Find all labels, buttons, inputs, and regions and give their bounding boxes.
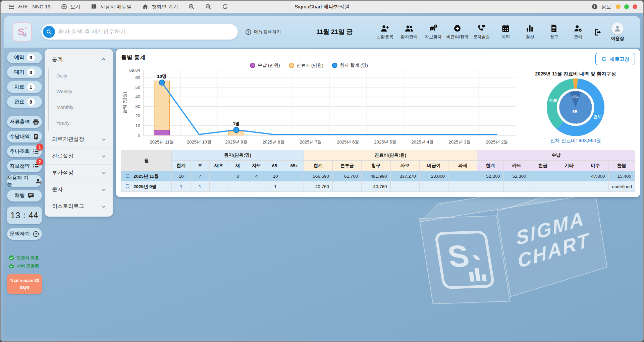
donut-title: 2025년 11월 진료비 내역 및 환자구성 — [535, 71, 616, 77]
status-pill-완료[interactable]: 완료 0 — [7, 96, 42, 108]
menu-subitem-Yearly[interactable]: Yearly — [49, 115, 113, 131]
data-cell: 481,990 — [362, 171, 390, 181]
legend-환자 합계 (명)[interactable]: 환자 합계 (명) — [332, 62, 368, 68]
menu-item-부가설정[interactable]: 부가설정 — [45, 164, 113, 181]
server-menu-button[interactable]: 서버 - NNC-13 — [8, 3, 51, 10]
nav-phone-message[interactable]: 문자발송 — [470, 24, 494, 40]
traffic-dot-0[interactable] — [616, 4, 621, 9]
menu-subitem-Daily[interactable]: Daily — [49, 68, 113, 83]
donut-panel: 2025년 11월 진료비 내역 및 환자구성 65+65-건보자보 전체 진료… — [520, 62, 631, 147]
tool-pill-서류출력[interactable]: 서류출력 — [7, 116, 42, 128]
person-gear-icon — [574, 24, 583, 33]
tool-pill-추나조회[interactable]: 추나조회 1 — [7, 146, 42, 157]
svg-text:68.04: 68.04 — [129, 68, 140, 73]
legend-swatch — [250, 63, 255, 68]
traffic-dot-1[interactable] — [624, 4, 629, 9]
manual-button[interactable]: 사용자 매뉴얼 — [91, 3, 132, 10]
nav-claim-doc[interactable]: 청구 — [542, 24, 566, 40]
nav-label: 비급여/한약 — [446, 34, 469, 40]
data-cell — [247, 181, 266, 192]
server-label: 서버 - NNC-13 — [18, 4, 51, 10]
reload-button[interactable] — [222, 3, 228, 10]
zoom-out-button[interactable] — [205, 3, 212, 10]
status-pill-대기[interactable]: 대기 0 — [7, 66, 42, 78]
person-gear-icon — [36, 178, 42, 184]
search-input[interactable] — [58, 28, 238, 35]
chevron-down-icon — [101, 137, 106, 142]
svg-text:2025년 7월: 2025년 7월 — [300, 139, 322, 145]
sync-icon[interactable] — [125, 183, 130, 189]
menu-item-label: 진료설정 — [52, 153, 73, 160]
nav-calendar[interactable]: 예약 — [494, 24, 518, 40]
status-pill-치료[interactable]: 치료 1 — [7, 81, 42, 93]
legend-수납 (만원)[interactable]: 수납 (만원) — [250, 62, 280, 68]
nav-bar-chart[interactable]: 결산 — [518, 24, 542, 40]
refresh-button[interactable]: 새로고침 — [595, 53, 635, 65]
svg-text:자보: 자보 — [549, 98, 557, 103]
menu-item-통계[interactable]: 통계 — [45, 51, 113, 68]
data-cell: 61,700 — [333, 171, 362, 181]
traffic-lights — [616, 4, 637, 9]
view-button[interactable]: 보기 — [61, 3, 80, 10]
svg-text:2025년 2월: 2025년 2월 — [486, 139, 508, 145]
tool-pill-사용자 기능[interactable]: 사용자 기능 — [7, 175, 42, 187]
nav-car-alert[interactable]: 자보환자 — [421, 24, 445, 40]
legend-label: 환자 합계 (명) — [340, 62, 368, 68]
inquiry-button[interactable]: 문의하기 ? — [7, 228, 42, 240]
sub-header: 청구 — [362, 161, 390, 171]
zoom-in-button[interactable] — [188, 3, 195, 10]
col-month-header: 월 — [121, 150, 172, 171]
legend-진료비 (만원)[interactable]: 진료비 (만원) — [289, 62, 323, 68]
group-header: 진료비(단위:원) — [304, 150, 477, 161]
menu-item-문자[interactable]: 문자 — [45, 181, 113, 198]
svg-text:2025년 4월: 2025년 4월 — [412, 139, 434, 145]
search-icon — [46, 28, 52, 35]
bar-chart-icon — [525, 24, 534, 33]
menu-item-의료기관설정[interactable]: 의료기관설정 — [45, 131, 113, 148]
menu-item-히스토리로그[interactable]: 히스토리로그 — [45, 198, 113, 215]
data-cell: 40,760 — [362, 181, 390, 192]
traffic-dot-2[interactable] — [633, 4, 637, 9]
status-pill-예약[interactable]: 예약 0 — [7, 52, 42, 63]
data-cell: 1 — [172, 181, 191, 192]
refresh-icon — [601, 56, 607, 62]
nav-label: 결산 — [526, 34, 534, 40]
zoom-out-icon — [205, 3, 212, 10]
menu-search-button[interactable]: ? 메뉴검색하기 — [245, 29, 281, 35]
tool-pill-수납내역[interactable]: 수납내역 — [7, 131, 42, 142]
monthly-chart: 68.04605040302010010명1명2025년 11월2025년 10… — [121, 62, 520, 147]
menu-item-진료설정[interactable]: 진료설정 — [45, 148, 113, 164]
search-icon[interactable] — [43, 26, 55, 38]
profile-button[interactable]: 이원장 — [611, 22, 624, 42]
data-cell — [530, 171, 556, 181]
status-label: 완료 — [14, 99, 24, 105]
table-row[interactable]: 2025년 11월1073410566,69061,700481,990337,… — [121, 171, 635, 181]
sub-header: 자보 — [390, 161, 419, 171]
tool-pill-채팅[interactable]: 채팅 — [7, 190, 42, 202]
table-row[interactable]: 2025년 9월11140,76040,760undefined — [121, 181, 635, 192]
status-label: 대기 — [14, 69, 24, 75]
logout-button[interactable] — [590, 28, 606, 37]
nav-herb-bag[interactable]: 비급여/한약 — [445, 24, 470, 40]
tool-label: 사용자 기능 — [7, 175, 33, 187]
group-header: 수납 — [477, 150, 635, 161]
home-icon — [142, 3, 149, 10]
trial-banner: Trial remain 83 days — [7, 274, 42, 294]
status-label: 치료 — [14, 84, 24, 90]
nav-person-gear[interactable]: 관리 — [566, 24, 590, 40]
sync-icon[interactable] — [125, 173, 130, 179]
donut-chart: 65+65-건보자보 — [543, 77, 608, 137]
home-button[interactable]: 첫화면 가기 — [142, 3, 178, 10]
svg-text:?: ? — [35, 232, 37, 236]
sub-header: 65+ — [285, 161, 304, 171]
info-button[interactable]: 정보 — [591, 3, 611, 10]
data-cell — [477, 181, 503, 192]
data-cell — [390, 181, 419, 192]
nav-people[interactable]: 환자관리 — [397, 24, 421, 40]
menu-subitem-Monthly[interactable]: Monthly — [49, 99, 113, 115]
tool-pill-자보첩약[interactable]: 자보첩약 2 — [7, 160, 42, 172]
cloud-check-icon — [8, 263, 14, 269]
menu-subitem-Weekly[interactable]: Weekly — [49, 83, 113, 99]
nav-person-add[interactable]: 신환등록 — [373, 24, 397, 40]
svg-text:2025년 6월: 2025년 6월 — [337, 139, 359, 145]
